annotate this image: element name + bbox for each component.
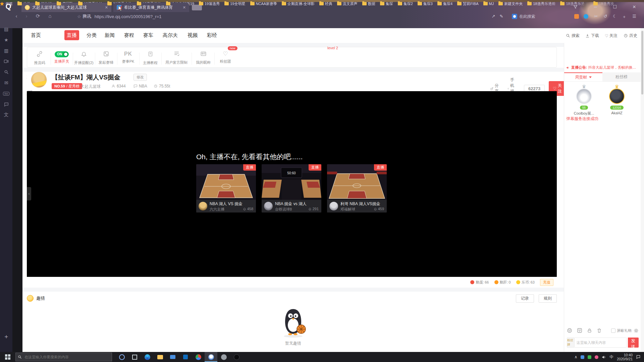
taskbar-clock[interactable]: 10:40 2020/9/21 bbox=[617, 353, 633, 361]
video-player[interactable]: ‹ Oh, 主播不在, 先看看其他的吧...... 直播 NBA 湖人 VS 掘… bbox=[27, 91, 557, 277]
gear-icon[interactable] bbox=[634, 328, 639, 333]
add-panel-icon[interactable]: ＋ bbox=[0, 331, 12, 342]
mail-panel-icon[interactable]: ✉ bbox=[0, 78, 12, 88]
tray-pen-icon[interactable] bbox=[581, 355, 584, 359]
nav-lottery[interactable]: 彩经 bbox=[207, 32, 217, 39]
edge-icon[interactable] bbox=[141, 352, 154, 362]
chat-restriction-button[interactable]: level 2 用户发言限制 bbox=[161, 51, 192, 65]
recommend-stream-card[interactable]: 直播 50:60 NBA 掘金 vs 湖人 台铁说球8 bbox=[262, 164, 321, 213]
start-quiz-button[interactable]: 发起赛猜 bbox=[95, 51, 117, 65]
screenshot-scissors-icon[interactable]: ✂ bbox=[593, 14, 599, 19]
qq-browser-logo[interactable]: Q bbox=[3, 2, 13, 11]
fan-badge-selector[interactable]: 粉丝牌 bbox=[567, 338, 575, 348]
qq-browser-icon[interactable] bbox=[205, 352, 217, 362]
block-gifts-toggle[interactable]: 屏蔽礼物 bbox=[611, 328, 632, 333]
toggle-on-switch[interactable]: ON bbox=[55, 51, 69, 57]
edit-page-icon[interactable]: ✎ bbox=[498, 14, 504, 19]
volume-icon[interactable] bbox=[602, 355, 606, 359]
sticker-icon[interactable] bbox=[577, 328, 582, 333]
streamer-avatar[interactable] bbox=[31, 72, 47, 88]
send-button[interactable]: 发送 bbox=[628, 338, 639, 348]
nav-home[interactable]: 首页 bbox=[31, 32, 41, 39]
back-icon[interactable]: ‹ bbox=[12, 13, 21, 19]
topbar-follow[interactable]: ♡关注 bbox=[605, 33, 618, 39]
rank-user-2[interactable]: ♛ 12316 AkaHZ bbox=[602, 84, 632, 115]
store-icon[interactable] bbox=[179, 352, 192, 362]
stream-key-button[interactable]: 推流码 bbox=[29, 51, 51, 65]
category-tag[interactable]: NBA bbox=[133, 84, 147, 88]
chat-panel-icon[interactable] bbox=[0, 99, 12, 109]
notification-center-icon[interactable] bbox=[636, 355, 641, 359]
live-toggle[interactable]: ON 直播开关 bbox=[51, 51, 73, 64]
trash-icon[interactable] bbox=[597, 328, 602, 333]
address-bar[interactable]: ☆ 腾讯 https://live.qq.com/10005196?_r=1 bbox=[77, 13, 473, 20]
steam-icon[interactable] bbox=[217, 352, 230, 362]
mail-icon[interactable] bbox=[166, 352, 179, 362]
topbar-history[interactable]: 历史 bbox=[624, 33, 637, 39]
extension-icon[interactable] bbox=[574, 14, 579, 19]
match-pk-button[interactable]: PK 赛事PK bbox=[117, 51, 139, 64]
send-page-icon[interactable]: ↗ bbox=[490, 14, 496, 19]
quiz-record-button[interactable]: 记录 bbox=[516, 294, 534, 303]
home-icon[interactable]: ⌂ bbox=[46, 13, 54, 19]
close-button[interactable]: ✕ bbox=[629, 3, 639, 11]
lock-icon[interactable] bbox=[587, 328, 592, 333]
tray-shield-icon[interactable] bbox=[588, 355, 591, 359]
new-tab-button[interactable] bbox=[192, 5, 202, 10]
tutorial-button[interactable]: 主播教程 bbox=[139, 51, 161, 65]
recharge-button[interactable]: 充值 bbox=[540, 279, 553, 286]
nav-category[interactable]: 分类 bbox=[87, 32, 97, 39]
funnel-icon[interactable] bbox=[570, 3, 580, 11]
topbar-search[interactable]: 搜索 bbox=[566, 33, 580, 39]
night-mode-icon[interactable]: ☾ bbox=[612, 14, 618, 19]
tab-close-icon[interactable]: ✕ bbox=[105, 5, 108, 10]
tab-close-icon[interactable]: ✕ bbox=[183, 5, 186, 10]
browser-tab-sports[interactable]: 看比赛_体育直播_腾讯体育 ✕ bbox=[113, 3, 189, 12]
emoji-icon[interactable] bbox=[567, 328, 572, 333]
fan-club-button[interactable]: new ♡ 粉丝团 bbox=[214, 51, 236, 64]
menu-icon[interactable]: ☰ bbox=[631, 14, 637, 19]
search-panel-icon[interactable] bbox=[0, 67, 12, 77]
page-scrollbar[interactable] bbox=[641, 28, 644, 352]
tray-qq-icon[interactable] bbox=[595, 355, 598, 359]
chrome-icon[interactable] bbox=[192, 352, 205, 362]
nav-live-active[interactable]: 直播 bbox=[64, 30, 79, 40]
taskbar-search-input[interactable] bbox=[24, 355, 106, 359]
edit-title-button[interactable]: 修改 bbox=[133, 74, 147, 81]
history-undo-icon[interactable]: ↺ bbox=[602, 14, 608, 19]
nav-racing[interactable]: 赛车 bbox=[143, 32, 153, 39]
start-button[interactable] bbox=[0, 352, 15, 362]
my-nickname-button[interactable]: 我的昵称 bbox=[192, 51, 214, 65]
task-view-icon[interactable] bbox=[128, 352, 141, 362]
nav-news[interactable]: 新闻 bbox=[105, 32, 115, 39]
url-text[interactable]: https://live.qq.com/10005196?_r=1 bbox=[95, 14, 162, 19]
nav-schedule[interactable]: 赛程 bbox=[124, 32, 134, 39]
rank-badge[interactable]: NO.59/ 星秀榜 bbox=[52, 83, 82, 89]
video-panel-icon[interactable] bbox=[0, 56, 12, 66]
recommend-stream-card[interactable]: 直播 NBA 湖人 VS 掘金 六六主播 458 bbox=[196, 164, 256, 213]
quiz-rules-button[interactable]: 规则 bbox=[539, 294, 557, 303]
taskbar-search[interactable] bbox=[15, 353, 112, 361]
chat-input[interactable] bbox=[575, 338, 627, 348]
broadcast-reminder-button[interactable]: 开播提醒(2) bbox=[73, 51, 95, 65]
nav-video[interactable]: 视频 bbox=[187, 32, 198, 39]
add-icon[interactable]: ＋ bbox=[621, 14, 627, 19]
nav-golf[interactable]: 高尔夫 bbox=[163, 32, 178, 39]
forward-icon[interactable]: › bbox=[22, 13, 31, 19]
tab-week-contribution[interactable]: 周贡献 bbox=[564, 72, 602, 82]
refresh-icon[interactable]: ⟳ bbox=[34, 13, 42, 19]
ime-language-indicator[interactable]: 中 bbox=[609, 354, 613, 360]
tray-expand-icon[interactable]: ∧ bbox=[574, 355, 577, 359]
translate-panel-icon[interactable]: 文 bbox=[0, 110, 12, 120]
reading-list-icon[interactable]: ▥ bbox=[0, 46, 12, 56]
maximize-button[interactable]: ☐ bbox=[610, 3, 620, 11]
search-here[interactable]: 在此搜索 bbox=[512, 13, 535, 19]
recommend-stream-card[interactable]: 直播 利哥 NBA 湖人VS掘金 邓福解球 459 bbox=[327, 164, 387, 213]
cortana-icon[interactable] bbox=[115, 352, 128, 362]
messenger-extension-icon[interactable] bbox=[584, 14, 588, 19]
favorites-star-icon[interactable]: ★ bbox=[0, 35, 12, 45]
card-panel-icon[interactable]: ▤ bbox=[0, 24, 12, 34]
scrollbar-thumb[interactable] bbox=[641, 31, 643, 95]
rank-user-1[interactable]: ♛ 55 Coolboy展... bbox=[569, 84, 599, 116]
file-explorer-icon[interactable] bbox=[154, 352, 166, 362]
